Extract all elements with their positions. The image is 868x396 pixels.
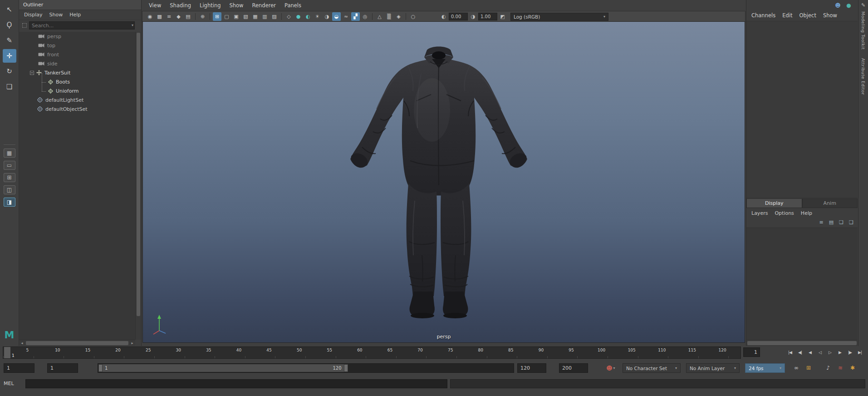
camera-attributes-icon[interactable]: ≡ (165, 12, 173, 21)
command-input[interactable] (25, 379, 447, 388)
outliner-search-input[interactable] (29, 21, 135, 30)
exposure-icon[interactable]: ◐ (439, 12, 448, 21)
range-end-grip[interactable] (344, 364, 348, 372)
step-back-frame-button[interactable]: ◀| (795, 347, 804, 357)
docked-panel-tab[interactable]: Modeling Toolkit (861, 11, 866, 50)
resolution-gate-icon[interactable]: ▣ (232, 12, 240, 21)
default-material-icon[interactable]: ○ (409, 12, 417, 21)
image-plane-icon[interactable]: ▤ (184, 12, 192, 21)
step-back-key-button[interactable]: ◀ (805, 347, 814, 357)
bookmarks-icon[interactable]: ◆ (174, 12, 183, 21)
viewport-menu-item[interactable]: View (149, 2, 161, 9)
auto-keyframe-icon[interactable]: ⊞ (804, 363, 814, 373)
exposure-field[interactable] (449, 13, 468, 20)
outliner-vertical-scrollbar[interactable] (135, 32, 141, 340)
outliner-item-defaultlightset[interactable]: defaultLightSet (19, 95, 135, 104)
search-filter-icon[interactable] (22, 23, 27, 28)
outliner-horizontal-scrollbar[interactable]: ◂ ▸ (19, 340, 135, 346)
go-to-end-button[interactable]: ▶| (855, 347, 864, 357)
channel-box-menu-item[interactable]: Edit (782, 12, 792, 19)
xray-icon[interactable]: ▒ (385, 12, 393, 21)
outliner-item-defaultobjectset[interactable]: defaultObjectSet (19, 104, 135, 114)
motion-blur-icon[interactable]: ≈ (342, 12, 350, 21)
scroll-right-icon[interactable]: ▸ (129, 341, 135, 345)
screen-space-ao-icon[interactable]: ◒ (332, 12, 341, 21)
viewport-menu-item[interactable]: Show (230, 2, 244, 9)
playback-end-field[interactable]: 120 (517, 363, 546, 373)
scrollbar-thumb[interactable] (747, 341, 857, 345)
film-gate-icon[interactable]: ▢ (222, 12, 231, 21)
animation-preferences-icon[interactable]: ✱ (848, 363, 858, 373)
contrast-icon[interactable]: ◑ (469, 12, 477, 21)
tanker-suit-model[interactable] (341, 42, 536, 322)
sort-layers-icon[interactable]: ▤ (827, 218, 835, 226)
play-backwards-button[interactable]: ◁ (815, 347, 824, 357)
in-app-help-icon[interactable]: ● (845, 1, 853, 9)
textured-icon[interactable]: ◐ (304, 12, 312, 21)
docked-panel-tab[interactable]: Attribute Editor (861, 58, 866, 95)
two-d-pan-zoom-icon[interactable]: ⊕ (198, 12, 207, 21)
lasso-select-tool-button[interactable]: Ϙ (3, 18, 16, 32)
side-by-side-layout-button[interactable]: ◫ (4, 185, 15, 194)
view-axis-gizmo[interactable] (150, 312, 171, 336)
anim-layer-dropdown[interactable]: No Anim Layer ▾ (686, 363, 740, 373)
current-frame-field[interactable]: 1 (743, 347, 760, 357)
playback-start-field[interactable]: 1 (47, 363, 78, 373)
layer-editor-scrollbar[interactable] (746, 340, 858, 346)
range-slider-handle[interactable]: 1 120 (98, 364, 348, 372)
outliner-item-persp[interactable]: persp (19, 32, 135, 41)
channel-box-menu-item[interactable]: Show (823, 12, 837, 19)
outliner-item-unioform[interactable]: Unioform (19, 86, 135, 95)
command-language-button[interactable]: MEL (4, 379, 23, 388)
channel-box-menu-item[interactable]: Channels (751, 12, 775, 19)
paint-select-tool-button[interactable]: ✎ (3, 34, 16, 47)
layer-editor-tab[interactable]: Display (746, 198, 802, 208)
play-forwards-button[interactable]: ▷ (825, 347, 834, 357)
viewport-menu-item[interactable]: Panels (284, 2, 301, 9)
viewport-menu-item[interactable]: Shading (170, 2, 191, 9)
viewport-menu-item[interactable]: Renderer (252, 2, 276, 9)
create-layer-from-selected-icon[interactable]: ❑ (847, 218, 855, 226)
layer-list-mode-icon[interactable]: ≡ (817, 218, 825, 226)
outliner-item-top[interactable]: top (19, 41, 135, 50)
create-empty-layer-icon[interactable]: ❏ (837, 218, 845, 226)
viewport-3d[interactable]: persp (142, 21, 745, 343)
isolate-select-icon[interactable]: △ (375, 12, 384, 21)
wireframe-icon[interactable]: ◇ (284, 12, 293, 21)
workspace-edit-icon[interactable]: ✎ (860, 1, 867, 9)
shadows-icon[interactable]: ◑ (323, 12, 331, 21)
time-slider[interactable]: 5101520253035404550556065707580859095100… (3, 346, 741, 359)
layer-editor-menu-item[interactable]: Layers (751, 210, 768, 216)
outliner-item-side[interactable]: side (19, 59, 135, 68)
outliner-item-boots[interactable]: Boots (19, 77, 135, 86)
outliner-menu-item[interactable]: Display (24, 12, 43, 18)
persp-outliner-layout-button[interactable]: ◨ (4, 198, 15, 207)
wireframe-on-shaded-icon[interactable]: ◈ (394, 12, 403, 21)
move-tool-button[interactable]: ✛ (3, 49, 16, 63)
go-to-start-button[interactable]: |◀ (785, 347, 794, 357)
range-start-grip[interactable] (98, 364, 103, 372)
outliner-item-tankersuit[interactable]: TankerSuit (19, 68, 135, 77)
character-set-dropdown[interactable]: No Character Set ▾ (623, 363, 681, 373)
color-management-icon[interactable]: ◩ (498, 12, 507, 21)
scale-tool-button[interactable]: ❏ (3, 80, 16, 94)
outliner-menu-item[interactable]: Show (49, 12, 63, 18)
safe-action-icon[interactable]: ▥ (260, 12, 269, 21)
field-chart-icon[interactable]: ▦ (251, 12, 260, 21)
character-set-button[interactable]: ☻ ▾ (606, 363, 615, 373)
select-tool-button[interactable]: ↖ (3, 3, 16, 16)
scrollbar-thumb[interactable] (26, 341, 128, 345)
depth-of-field-icon[interactable]: ◎ (361, 12, 369, 21)
gamma-field[interactable] (478, 13, 497, 20)
grid-icon[interactable]: ⊞ (213, 12, 221, 21)
shaded-icon[interactable]: ● (294, 12, 303, 21)
playback-sound-icon[interactable]: ♪ (823, 363, 833, 373)
lock-camera-icon[interactable]: ▩ (155, 12, 164, 21)
collapse-expander-icon[interactable] (30, 71, 34, 75)
loop-playback-icon[interactable]: ∞ (791, 363, 801, 373)
layer-editor-menu-item[interactable]: Help (801, 210, 812, 216)
step-forward-key-button[interactable]: ▶ (835, 347, 844, 357)
outliner-item-front[interactable]: front (19, 50, 135, 59)
view-transform-dropdown[interactable]: Log (sRGB) ▾ (510, 13, 608, 21)
four-pane-layout-button[interactable]: ⊞ (4, 173, 15, 182)
